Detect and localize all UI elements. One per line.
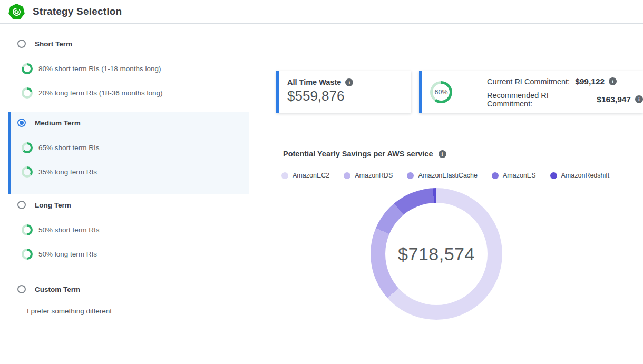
legend-dot-icon — [492, 172, 499, 179]
short-term-sub-2: 20% long term RIs (18-36 months long) — [22, 87, 249, 99]
progress-ring-50b — [22, 249, 33, 260]
legend-item-amazones[interactable]: AmazonES — [492, 172, 536, 179]
savings-donut-chart[interactable]: $718,574 — [371, 188, 502, 320]
long-term-radio[interactable] — [17, 201, 26, 209]
progress-ring-20 — [22, 87, 33, 99]
long-term-sub-2: 50% long term RIs — [22, 249, 249, 260]
legend-label: AmazonES — [503, 172, 536, 179]
info-icon[interactable]: i — [609, 77, 617, 85]
option-short-term-row[interactable]: Short Term — [8, 33, 249, 50]
app-logo-icon — [8, 4, 25, 20]
legend-item-amazonredshift[interactable]: AmazonRedshift — [550, 172, 610, 179]
medium-term-radio[interactable] — [17, 119, 26, 127]
short-term-sub-1: 80% short term RIs (1-18 months long) — [22, 63, 249, 74]
medium-term-sub-1-label: 65% short term RIs — [38, 144, 100, 152]
long-term-sub-1-label: 50% short term RIs — [38, 226, 100, 234]
short-term-sub-1-label: 80% short term RIs (1-18 months long) — [38, 65, 161, 73]
donut-center-total: $718,574 — [398, 244, 475, 264]
long-term-sub-1: 50% short term RIs — [22, 224, 249, 235]
recommended-ri-commitment-row: Recommended RI Commitment: $163,947 i — [487, 91, 643, 108]
legend-dot-icon — [407, 172, 414, 179]
short-term-sub-2-label: 20% long term RIs (18-36 months long) — [38, 89, 163, 97]
legend-item-amazonec2[interactable]: AmazonEC2 — [281, 172, 329, 179]
long-term-sub-2-label: 50% long term RIs — [38, 250, 97, 258]
medium-term-sub-2-label: 35% long term RIs — [38, 168, 97, 176]
summary-cards: All Time Waste i $559,876 60% Current RI… — [276, 71, 643, 113]
option-long-term[interactable]: Long Term 50% short term RIs 50% long te… — [8, 194, 249, 260]
option-long-term-row[interactable]: Long Term — [8, 194, 249, 211]
legend-item-amazonrds[interactable]: AmazonRDS — [344, 172, 393, 179]
all-time-waste-card: All Time Waste i $559,876 — [276, 71, 411, 113]
legend-label: AmazonElastiCache — [418, 172, 478, 179]
long-term-label: Long Term — [35, 201, 71, 209]
donut-hole: $718,574 — [385, 203, 488, 305]
page-title: Strategy Selection — [33, 6, 122, 17]
recommended-ri-commitment-label: Recommended RI Commitment: — [487, 91, 591, 108]
chart-legend: AmazonEC2 AmazonRDS AmazonElastiCache Am… — [276, 163, 643, 179]
short-term-label: Short Term — [35, 40, 72, 48]
custom-term-label: Custom Term — [35, 286, 80, 293]
legend-label: AmazonRedshift — [561, 172, 610, 179]
app-header: Strategy Selection — [0, 0, 643, 24]
legend-label: AmazonRDS — [355, 172, 393, 179]
legend-item-amazonelasticache[interactable]: AmazonElastiCache — [407, 172, 478, 179]
short-term-radio[interactable] — [17, 40, 26, 48]
medium-term-label: Medium Term — [35, 119, 81, 127]
main-content: Short Term 80% short term RIs (1-18 mont… — [0, 24, 643, 364]
option-custom-term-row[interactable]: Custom Term — [8, 273, 249, 296]
progress-ring-50a — [22, 224, 33, 235]
savings-chart-section: Potential Yearly Savings per AWS service… — [276, 143, 643, 320]
current-ri-commitment-row: Current RI Commitment: $99,122 i — [487, 77, 643, 86]
option-custom-term[interactable]: Custom Term I prefer something different — [8, 273, 249, 315]
commitment-ring-60: 60% — [430, 81, 452, 103]
current-ri-commitment-value: $99,122 — [575, 77, 605, 86]
option-medium-term-row[interactable]: Medium Term — [11, 112, 249, 129]
legend-dot-icon — [281, 172, 288, 179]
strategy-options-list: Short Term 80% short term RIs (1-18 mont… — [8, 33, 249, 320]
commitment-ring-label: 60% — [433, 84, 450, 101]
all-time-waste-value: $559,876 — [287, 88, 403, 104]
all-time-waste-label: All Time Waste — [287, 78, 341, 86]
custom-term-note: I prefer something different — [27, 307, 249, 315]
legend-label: AmazonEC2 — [293, 172, 329, 179]
progress-ring-35 — [22, 166, 33, 178]
recommended-ri-commitment-value: $163,947 — [597, 95, 631, 104]
medium-term-sub-2: 35% long term RIs — [22, 166, 249, 178]
custom-term-radio[interactable] — [17, 285, 26, 293]
option-short-term[interactable]: Short Term 80% short term RIs (1-18 mont… — [8, 33, 249, 99]
chart-title: Potential Yearly Savings per AWS service — [283, 150, 433, 158]
medium-term-sub-1: 65% short term RIs — [22, 142, 249, 153]
progress-ring-65 — [22, 142, 33, 153]
legend-dot-icon — [550, 172, 557, 179]
legend-dot-icon — [344, 172, 350, 179]
progress-ring-80 — [22, 63, 33, 74]
info-icon[interactable]: i — [345, 78, 353, 86]
option-medium-term[interactable]: Medium Term 65% short term RIs 35% long … — [8, 112, 249, 194]
info-icon[interactable]: i — [439, 150, 446, 158]
current-ri-commitment-label: Current RI Commitment: — [487, 77, 570, 86]
ri-commitment-card: 60% Current RI Commitment: $99,122 i Rec… — [419, 71, 643, 113]
info-icon[interactable]: i — [635, 95, 643, 103]
